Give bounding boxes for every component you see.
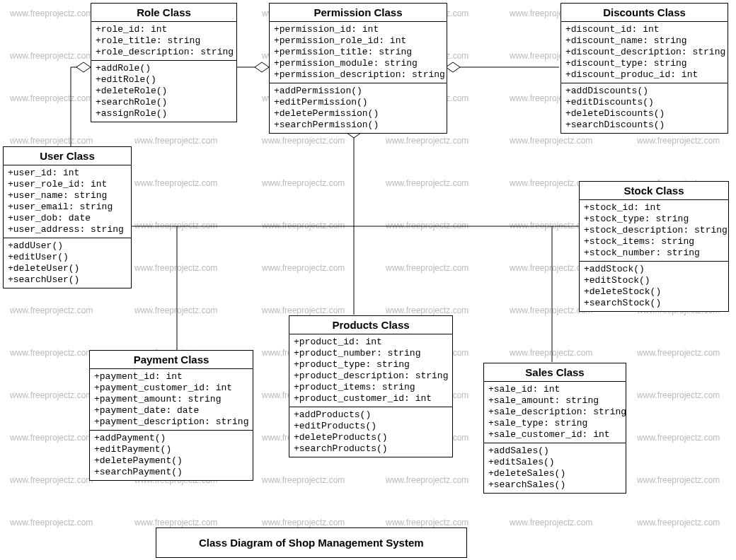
class-line: +user_role_id: int — [8, 179, 127, 190]
watermark: www.freeprojectz.com — [134, 305, 217, 315]
watermark: www.freeprojectz.com — [510, 518, 592, 527]
class-line: +payment_customer_id: int — [94, 383, 248, 394]
attrs: +discount_id: int+discount_name: string+… — [561, 22, 728, 83]
watermark: www.freeprojectz.com — [386, 518, 468, 527]
class-line: +discount_produc_id: int — [565, 69, 723, 81]
class-line: +user_id: int — [8, 168, 127, 179]
class-line: +user_email: string — [8, 202, 127, 213]
ops: +addProducts()+editProducts()+deleteProd… — [289, 407, 452, 457]
watermark: www.freeprojectz.com — [510, 348, 592, 358]
watermark: www.freeprojectz.com — [386, 136, 468, 146]
ops: +addStock()+editStock()+deleteStock()+se… — [580, 262, 728, 311]
class-title: Stock Class — [580, 182, 728, 200]
class-line: +discount_id: int — [565, 24, 723, 35]
class-line: +deleteRole() — [96, 86, 232, 97]
class-line: +addRole() — [96, 63, 232, 74]
class-line: +addUser() — [8, 240, 127, 252]
watermark: www.freeprojectz.com — [386, 221, 468, 231]
attrs: +product_id: int+product_number: string+… — [289, 334, 452, 407]
watermark: www.freeprojectz.com — [386, 475, 468, 485]
class-line: +sale_amount: string — [488, 395, 621, 407]
watermark: www.freeprojectz.com — [637, 390, 720, 400]
watermark: www.freeprojectz.com — [134, 178, 217, 188]
watermark: www.freeprojectz.com — [262, 518, 345, 527]
watermark: www.freeprojectz.com — [386, 263, 468, 273]
watermark: www.freeprojectz.com — [510, 136, 592, 146]
class-line: +payment_id: int — [94, 371, 248, 383]
class-permission: Permission Class +permission_id: int+per… — [269, 3, 447, 134]
class-line: +permission_id: int — [274, 24, 442, 35]
class-line: +user_name: string — [8, 190, 127, 202]
class-line: +stock_items: string — [584, 236, 724, 247]
class-line: +searchDiscounts() — [565, 119, 723, 131]
class-line: +product_type: string — [294, 359, 448, 371]
class-line: +user_dob: date — [8, 213, 127, 224]
class-line: +deleteProducts() — [294, 432, 448, 443]
class-line: +editSales() — [488, 457, 621, 468]
class-title: Sales Class — [484, 363, 626, 382]
class-line: +searchStock() — [584, 298, 724, 309]
class-line: +deleteDiscounts() — [565, 108, 723, 119]
class-line: +sale_customer_id: int — [488, 429, 621, 441]
attrs: +stock_id: int+stock_type: string+stock_… — [580, 200, 728, 262]
watermark: www.freeprojectz.com — [10, 348, 93, 358]
class-sales: Sales Class +sale_id: int+sale_amount: s… — [483, 363, 626, 494]
watermark: www.freeprojectz.com — [637, 433, 720, 443]
class-line: +role_title: string — [96, 35, 232, 47]
class-line: +stock_description: string — [584, 225, 724, 236]
class-line: +stock_number: string — [584, 247, 724, 259]
ops: +addDiscounts()+editDiscounts()+deleteDi… — [561, 83, 728, 133]
class-line: +payment_date: date — [94, 405, 248, 416]
class-line: +role_description: string — [96, 47, 232, 58]
class-line: +editRole() — [96, 74, 232, 86]
attrs: +role_id: int+role_title: string+role_de… — [91, 22, 236, 61]
watermark: www.freeprojectz.com — [10, 51, 93, 61]
class-title: Payment Class — [90, 351, 253, 369]
class-discounts: Discounts Class +discount_id: int+discou… — [560, 3, 728, 134]
class-line: +addStock() — [584, 264, 724, 275]
ops: +addSales()+editSales()+deleteSales()+se… — [484, 443, 626, 493]
class-line: +deletePermission() — [274, 108, 442, 119]
class-line: +searchPayment() — [94, 467, 248, 478]
class-line: +stock_type: string — [584, 214, 724, 225]
watermark: www.freeprojectz.com — [134, 518, 217, 527]
class-line: +editProducts() — [294, 421, 448, 432]
class-line: +deleteStock() — [584, 286, 724, 298]
watermark: www.freeprojectz.com — [262, 305, 345, 315]
class-line: +product_number: string — [294, 348, 448, 359]
class-products: Products Class +product_id: int+product_… — [289, 315, 453, 457]
class-line: +product_customer_id: int — [294, 393, 448, 404]
attrs: +payment_id: int+payment_customer_id: in… — [90, 369, 253, 431]
class-line: +product_items: string — [294, 382, 448, 393]
class-line: +addPermission() — [274, 86, 442, 97]
class-line: +searchRole() — [96, 97, 232, 108]
class-line: +discount_description: string — [565, 47, 723, 58]
class-line: +role_id: int — [96, 24, 232, 35]
class-role: Role Class +role_id: int+role_title: str… — [91, 3, 237, 122]
class-line: +payment_description: string — [94, 416, 248, 428]
watermark: www.freeprojectz.com — [386, 178, 468, 188]
class-line: +editStock() — [584, 275, 724, 286]
ops: +addPayment()+editPayment()+deletePaymen… — [90, 431, 253, 480]
class-title: Role Class — [91, 4, 236, 22]
watermark: www.freeprojectz.com — [637, 348, 720, 358]
watermark: www.freeprojectz.com — [637, 518, 720, 527]
watermark: www.freeprojectz.com — [10, 475, 93, 485]
class-line: +permission_description: string — [274, 69, 442, 81]
class-line: +discount_name: string — [565, 35, 723, 47]
class-line: +addDiscounts() — [565, 86, 723, 97]
class-line: +deletePayment() — [94, 455, 248, 467]
class-line: +assignRole() — [96, 108, 232, 119]
class-line: +product_description: string — [294, 371, 448, 382]
class-line: +user_address: string — [8, 224, 127, 235]
class-line: +searchUser() — [8, 274, 127, 286]
class-line: +stock_id: int — [584, 202, 724, 214]
attrs: +permission_id: int+permission_role_id: … — [270, 22, 447, 83]
class-line: +addProducts() — [294, 409, 448, 421]
class-line: +permission_role_id: int — [274, 35, 442, 47]
watermark: www.freeprojectz.com — [10, 136, 93, 146]
watermark: www.freeprojectz.com — [134, 221, 217, 231]
class-title: User Class — [4, 147, 131, 165]
class-title: Permission Class — [270, 4, 447, 22]
class-line: +discount_type: string — [565, 58, 723, 69]
